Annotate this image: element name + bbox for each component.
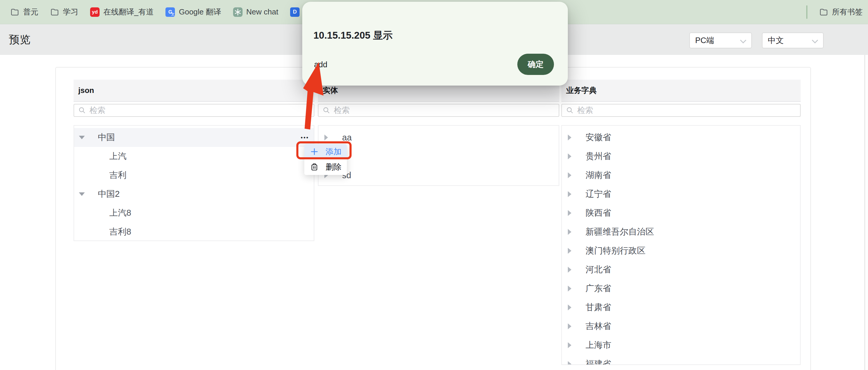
- device-select[interactable]: PC端: [689, 32, 752, 48]
- bookmarks-separator: [806, 5, 807, 19]
- device-select-value: PC端: [695, 35, 714, 46]
- bookmark-label: 在线翻译_有道: [103, 7, 154, 17]
- tree-item[interactable]: 贵州省: [562, 147, 800, 166]
- tree-item-label: 辽宁省: [586, 188, 611, 200]
- tree-item-label: 中国2: [98, 188, 120, 200]
- browser-page: 普元 学习 yd 在线翻译_有道 G文 Google 翻译 New chat D…: [0, 0, 868, 370]
- tree-item-label: 贵州省: [586, 150, 611, 162]
- search-box[interactable]: [318, 104, 559, 117]
- tree-item-label: 湖南省: [586, 169, 611, 181]
- panel-entity: 实体 aabsd: [318, 80, 559, 186]
- bookmark-label: Google 翻译: [179, 7, 221, 17]
- folder-icon: [50, 8, 59, 16]
- tree-item[interactable]: 湖南省: [562, 166, 800, 185]
- bookmark-label: New chat: [246, 7, 278, 16]
- bookmark-label: 学习: [63, 7, 78, 17]
- triangle-right-icon: [565, 324, 574, 329]
- triangle-down-icon: [78, 136, 86, 139]
- bookmark-new-chat[interactable]: New chat: [233, 7, 278, 17]
- tree-item[interactable]: 上汽8: [74, 204, 314, 223]
- search-input[interactable]: [577, 106, 800, 115]
- bookmark-folder-puyuan[interactable]: 普元: [10, 7, 38, 17]
- tree-item[interactable]: 上海市: [562, 336, 800, 355]
- tree-item[interactable]: 澳门特别行政区: [562, 241, 800, 260]
- search-icon: [566, 106, 574, 114]
- browser-scrollbar[interactable]: [864, 55, 868, 370]
- all-bookmarks-button[interactable]: 所有书签: [819, 7, 863, 17]
- chatgpt-icon: [233, 7, 243, 17]
- panel-scrollbar-thumb[interactable]: [800, 173, 801, 249]
- menu-item-delete[interactable]: 删除: [304, 159, 347, 175]
- tree-item-label: 福建省: [586, 358, 611, 365]
- bookmark-youdao-translate[interactable]: yd 在线翻译_有道: [90, 7, 154, 17]
- tree-item[interactable]: 辽宁省: [562, 185, 800, 204]
- tree-item-label: 上汽8: [109, 207, 131, 219]
- search-box[interactable]: [561, 104, 801, 117]
- triangle-down-icon: [78, 192, 86, 196]
- search-icon: [78, 106, 86, 114]
- triangle-right-icon: [565, 285, 574, 292]
- row-actions-ellipsis[interactable]: •••: [301, 135, 309, 141]
- tree-item[interactable]: 河北省: [562, 260, 800, 279]
- annotation-box: [296, 141, 351, 159]
- menu-item-label: 删除: [326, 162, 342, 172]
- chevron-down-icon: [812, 37, 818, 43]
- tree-item-label: 中国: [98, 132, 115, 143]
- tree-item-label: 新疆维吾尔自治区: [586, 226, 654, 238]
- youdao-icon: yd: [90, 7, 99, 17]
- panel-title: json: [78, 86, 94, 95]
- alert-dialog-title: 10.15.15.205 显示: [313, 29, 393, 42]
- search-input[interactable]: [90, 106, 314, 115]
- bookmark-folder-study[interactable]: 学习: [50, 7, 78, 17]
- blue-app-icon: D: [290, 7, 300, 17]
- language-select[interactable]: 中文: [762, 32, 824, 48]
- panel-header: 业务字典: [561, 80, 801, 102]
- tree-item[interactable]: 吉林省: [562, 317, 800, 336]
- tree-item-label: 吉林省: [586, 321, 611, 332]
- tree-item[interactable]: 上汽: [74, 147, 314, 166]
- triangle-right-icon: [565, 172, 574, 178]
- search-input[interactable]: [334, 106, 559, 115]
- triangle-right-icon: [565, 229, 574, 235]
- chevron-down-icon: [740, 37, 746, 43]
- tree-item[interactable]: 吉利8: [74, 223, 314, 241]
- tree-item[interactable]: 广东省: [562, 279, 800, 298]
- tree-item-label: 上汽: [109, 150, 126, 162]
- triangle-right-icon: [565, 191, 574, 197]
- page-title: 预览: [9, 32, 31, 47]
- alert-dialog-message: add: [314, 60, 327, 69]
- search-icon: [322, 106, 330, 114]
- entity-tree: aabsd: [318, 125, 559, 186]
- triangle-right-icon: [565, 135, 574, 140]
- tree-item[interactable]: 福建省: [562, 355, 800, 365]
- tree-item[interactable]: aa: [318, 128, 559, 147]
- panel-title: 业务字典: [566, 85, 597, 96]
- tree-item-label: 河北省: [586, 264, 611, 276]
- triangle-right-icon: [565, 304, 574, 310]
- tree-item[interactable]: 新疆维吾尔自治区: [562, 223, 800, 241]
- panel-title: 实体: [322, 85, 338, 96]
- bookmark-google-translate[interactable]: G文 Google 翻译: [165, 7, 221, 17]
- tree-item-label: 吉利8: [109, 226, 131, 238]
- panel-dictionary: 业务字典 安徽省贵州省湖南省辽宁省陕西省新疆维吾尔自治区澳门特别行政区河北省广东…: [561, 80, 801, 365]
- tree-item-label: 吉利: [109, 169, 126, 181]
- trash-icon: [310, 163, 318, 171]
- panel-json: json 中国•••上汽吉利中国2上汽8吉利8: [73, 80, 314, 241]
- tree-item[interactable]: 安徽省: [562, 128, 800, 147]
- tree-item-label: 上海市: [586, 339, 611, 351]
- search-box[interactable]: [73, 104, 314, 117]
- folder-icon: [819, 8, 828, 16]
- tree-item[interactable]: 中国2: [74, 185, 314, 204]
- tree-item-label: 澳门特别行政区: [586, 245, 646, 257]
- confirm-button[interactable]: 确定: [517, 54, 554, 75]
- panel-header: json: [73, 80, 314, 102]
- tree-item[interactable]: 吉利: [74, 166, 314, 185]
- tree-item-label: 甘肃省: [586, 302, 611, 313]
- tree-item[interactable]: sd: [318, 166, 559, 185]
- triangle-right-icon: [565, 267, 574, 273]
- tree-item[interactable]: 甘肃省: [562, 298, 800, 317]
- tree-item-label: 广东省: [586, 283, 611, 295]
- tree-item[interactable]: 陕西省: [562, 204, 800, 223]
- tree-item[interactable]: b: [318, 147, 559, 166]
- tree-item[interactable]: 中国•••: [74, 128, 314, 147]
